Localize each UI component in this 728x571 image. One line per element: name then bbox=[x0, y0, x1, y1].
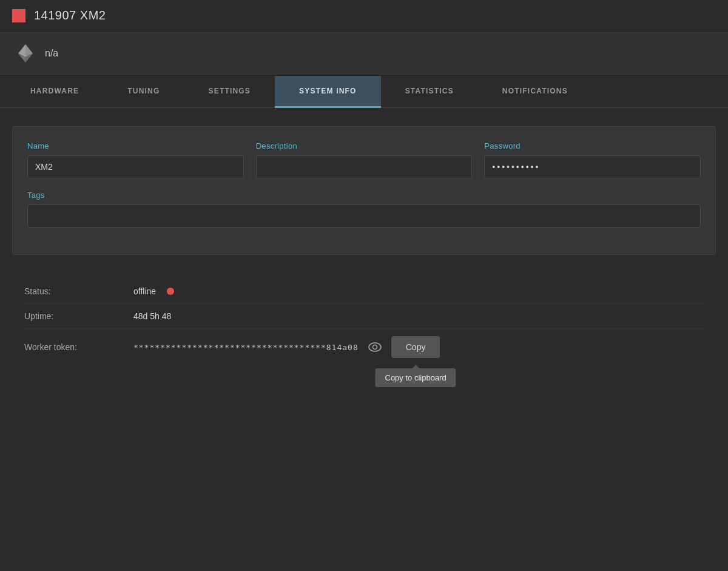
copy-tooltip: Copy to clipboard bbox=[375, 368, 456, 387]
copy-button-container: Copy Copy to clipboard bbox=[391, 336, 440, 358]
tab-hardware[interactable]: HARDWARE bbox=[6, 76, 103, 108]
description-group: Description bbox=[256, 141, 473, 178]
status-dot bbox=[167, 288, 174, 295]
svg-marker-2 bbox=[25, 44, 33, 57]
description-input[interactable] bbox=[256, 155, 473, 178]
eye-icon bbox=[368, 342, 382, 352]
tab-statistics[interactable]: STATISTICS bbox=[381, 76, 478, 108]
uptime-row: Uptime: 48d 5h 48 bbox=[24, 304, 704, 329]
copy-button[interactable]: Copy bbox=[391, 336, 440, 358]
status-label: Status: bbox=[24, 286, 133, 296]
worker-token-value-container: ************************************814a… bbox=[133, 336, 440, 358]
status-row: Status: offline bbox=[24, 279, 704, 304]
worker-token-row: Worker token: **************************… bbox=[24, 329, 704, 365]
status-value: offline bbox=[133, 286, 174, 296]
form-card: Name Description Password Tags bbox=[12, 126, 716, 255]
form-row-tags: Tags bbox=[27, 191, 701, 228]
status-text: offline bbox=[133, 286, 156, 296]
title-bar-text: 141907 XM2 bbox=[34, 8, 106, 22]
content-area: Name Description Password Tags Status: bbox=[0, 108, 728, 390]
svg-point-4 bbox=[369, 343, 381, 351]
name-group: Name bbox=[27, 141, 244, 178]
tab-tuning[interactable]: TUNING bbox=[103, 76, 184, 108]
ethereum-icon bbox=[15, 42, 36, 64]
tags-group: Tags bbox=[27, 191, 701, 228]
worker-token-text: ************************************814a… bbox=[133, 343, 359, 352]
description-label: Description bbox=[256, 141, 473, 150]
name-label: Name bbox=[27, 141, 244, 150]
tags-label: Tags bbox=[27, 191, 701, 200]
form-row-1: Name Description Password bbox=[27, 141, 701, 178]
password-group: Password bbox=[484, 141, 701, 178]
password-label: Password bbox=[484, 141, 701, 150]
uptime-label: Uptime: bbox=[24, 311, 133, 321]
tab-settings[interactable]: SETTINGS bbox=[184, 76, 275, 108]
eth-header: n/a bbox=[0, 32, 728, 76]
tab-bar: HARDWARE TUNING SETTINGS SYSTEM INFO STA… bbox=[0, 76, 728, 108]
password-input[interactable] bbox=[484, 155, 701, 178]
title-bar: 141907 XM2 bbox=[0, 0, 728, 32]
name-input[interactable] bbox=[27, 155, 244, 178]
uptime-value: 48d 5h 48 bbox=[133, 311, 171, 321]
tags-input[interactable] bbox=[27, 204, 701, 228]
eth-name: n/a bbox=[45, 48, 58, 59]
info-section: Status: offline Uptime: 48d 5h 48 Worker… bbox=[12, 273, 716, 371]
status-icon bbox=[12, 9, 25, 22]
worker-token-label: Worker token: bbox=[24, 342, 133, 352]
svg-point-5 bbox=[372, 345, 377, 350]
eye-button[interactable] bbox=[366, 340, 384, 354]
tab-notifications[interactable]: NOTIFICATIONS bbox=[478, 76, 592, 108]
tab-system-info[interactable]: SYSTEM INFO bbox=[275, 76, 381, 108]
